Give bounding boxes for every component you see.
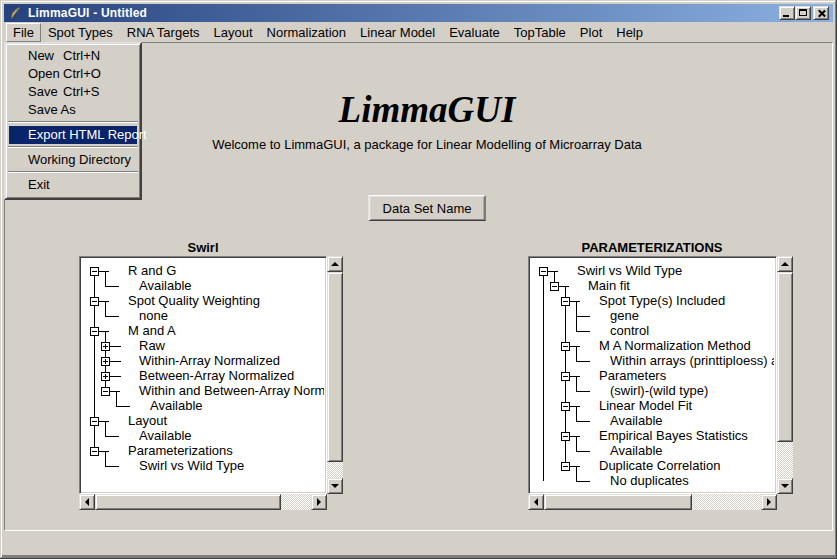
expand-toggle-minus[interactable] bbox=[101, 387, 110, 396]
maximize-button[interactable] bbox=[795, 6, 811, 20]
menu-item-save-as[interactable]: Save As bbox=[9, 101, 137, 119]
tree-connector bbox=[105, 436, 119, 437]
horizontal-scrollbar[interactable] bbox=[528, 494, 777, 510]
tree-node-between-array-normalized[interactable]: Between-Array Normalized bbox=[139, 369, 294, 383]
expand-toggle-minus[interactable] bbox=[561, 462, 570, 471]
menu-item-new[interactable]: NewCtrl+N bbox=[9, 47, 137, 65]
expand-toggle-minus[interactable] bbox=[90, 417, 99, 426]
expand-toggle-plus[interactable] bbox=[101, 372, 110, 381]
tree-node-spot-quality-weighting[interactable]: Spot Quality Weighting bbox=[128, 294, 260, 308]
tree-connector bbox=[109, 361, 121, 362]
tree-node-available[interactable]: Available bbox=[139, 429, 192, 443]
menu-item-export-html-report[interactable]: Export HTML Report bbox=[9, 126, 137, 144]
menu-plot[interactable]: Plot bbox=[573, 23, 609, 42]
vertical-scrollbar[interactable] bbox=[777, 256, 793, 494]
tree-connector bbox=[558, 286, 569, 287]
tree-connector bbox=[569, 406, 580, 407]
data-set-name-button[interactable]: Data Set Name bbox=[369, 195, 486, 221]
menu-separator bbox=[8, 146, 138, 148]
tree-node-swirl-vs-wild-type[interactable]: Swirl vs Wild Type bbox=[577, 264, 682, 278]
scrollbar-thumb[interactable] bbox=[95, 494, 281, 510]
tree-node-layout[interactable]: Layout bbox=[128, 414, 167, 428]
tree-node-available[interactable]: Available bbox=[139, 279, 192, 293]
tree-node-m-a-normalization-method[interactable]: M A Normalization Method bbox=[599, 339, 751, 353]
tree-connector bbox=[576, 436, 577, 451]
tree-connector bbox=[569, 436, 580, 437]
expand-toggle-minus[interactable] bbox=[561, 297, 570, 306]
scroll-right-button[interactable] bbox=[311, 494, 327, 510]
scrollbar-thumb[interactable] bbox=[544, 494, 692, 510]
expand-toggle-minus[interactable] bbox=[561, 402, 570, 411]
tree-node-within-array-normalized[interactable]: Within-Array Normalized bbox=[139, 354, 280, 368]
scroll-down-button[interactable] bbox=[327, 478, 343, 494]
scrollbar-thumb[interactable] bbox=[327, 272, 343, 462]
tree-node-main-fit[interactable]: Main fit bbox=[588, 279, 630, 293]
tree-node-parameters[interactable]: Parameters bbox=[599, 369, 666, 383]
vertical-scrollbar[interactable] bbox=[327, 256, 343, 494]
expand-toggle-minus[interactable] bbox=[539, 267, 548, 276]
tree-node-duplicate-correlation[interactable]: Duplicate Correlation bbox=[599, 459, 720, 473]
menu-spot-types[interactable]: Spot Types bbox=[41, 23, 120, 42]
tree-node-spot-type-s-included[interactable]: Spot Type(s) Included bbox=[599, 294, 725, 308]
menu-layout[interactable]: Layout bbox=[207, 23, 260, 42]
tree-node-linear-model-fit[interactable]: Linear Model Fit bbox=[599, 399, 692, 413]
expand-toggle-minus[interactable] bbox=[561, 432, 570, 441]
menu-help[interactable]: Help bbox=[609, 23, 650, 42]
tree-node-available[interactable]: Available bbox=[610, 414, 663, 428]
tree-connector bbox=[105, 316, 119, 317]
expand-toggle-minus[interactable] bbox=[550, 282, 559, 291]
minimize-button[interactable] bbox=[779, 6, 795, 20]
menu-item-working-directory[interactable]: Working Directory bbox=[9, 151, 137, 169]
scroll-up-button[interactable] bbox=[327, 256, 343, 272]
tree-node-no-duplicates[interactable]: No duplicates bbox=[610, 474, 689, 488]
tree-node-control[interactable]: control bbox=[610, 324, 649, 338]
scroll-left-button[interactable] bbox=[528, 494, 544, 510]
expand-toggle-minus[interactable] bbox=[561, 342, 570, 351]
tree-node-within-arrays-printtiploess-a[interactable]: Within arrays (printtiploess) a bbox=[610, 354, 774, 368]
tree-connector bbox=[569, 346, 580, 347]
tree-connector bbox=[105, 451, 106, 466]
tree-node-raw[interactable]: Raw bbox=[139, 339, 165, 353]
welcome-text: Welcome to LimmaGUI, a package for Linea… bbox=[212, 137, 642, 152]
expand-toggle-plus[interactable] bbox=[101, 357, 110, 366]
scrollbar-thumb[interactable] bbox=[777, 272, 793, 442]
scroll-down-button[interactable] bbox=[777, 478, 793, 494]
expand-toggle-minus[interactable] bbox=[90, 267, 99, 276]
menu-toptable[interactable]: TopTable bbox=[507, 23, 573, 42]
expand-toggle-minus[interactable] bbox=[561, 372, 570, 381]
tree-node-available[interactable]: Available bbox=[150, 399, 203, 413]
menu-item-open[interactable]: OpenCtrl+O bbox=[9, 65, 137, 83]
horizontal-scrollbar[interactable] bbox=[79, 494, 327, 510]
menu-item-save[interactable]: SaveCtrl+S bbox=[9, 83, 137, 101]
expand-toggle-minus[interactable] bbox=[90, 297, 99, 306]
menu-linear-model[interactable]: Linear Model bbox=[353, 23, 442, 42]
tree-node-m-and-a[interactable]: M and A bbox=[128, 324, 176, 338]
close-button[interactable] bbox=[813, 6, 829, 20]
menu-item-exit[interactable]: Exit bbox=[9, 176, 137, 194]
tree-node-within-and-between-array-norm[interactable]: Within and Between-Array Norm bbox=[139, 384, 324, 398]
tree-node-available[interactable]: Available bbox=[610, 444, 663, 458]
scroll-left-button[interactable] bbox=[79, 494, 95, 510]
swirl-tree-listbox[interactable]: R and GAvailableSpot Quality Weightingno… bbox=[79, 256, 327, 494]
menu-rna-targets[interactable]: RNA Targets bbox=[120, 23, 207, 42]
parameterizations-tree-listbox[interactable]: Swirl vs Wild TypeMain fitSpot Type(s) I… bbox=[528, 256, 777, 494]
tree-node-swirl-vs-wild-type[interactable]: Swirl vs Wild Type bbox=[139, 459, 244, 473]
tree-connector bbox=[576, 316, 590, 317]
scroll-right-button[interactable] bbox=[761, 494, 777, 510]
tree-connector bbox=[109, 376, 121, 377]
tree-node-none[interactable]: none bbox=[139, 309, 168, 323]
tree-node-swirl-wild-type[interactable]: (swirl)-(wild type) bbox=[610, 384, 708, 398]
tree-node-parameterizations[interactable]: Parameterizations bbox=[128, 444, 233, 458]
tree-node-r-and-g[interactable]: R and G bbox=[128, 264, 176, 278]
tree-connector bbox=[105, 271, 106, 286]
menu-evaluate[interactable]: Evaluate bbox=[442, 23, 507, 42]
menu-normalization[interactable]: Normalization bbox=[260, 23, 353, 42]
scroll-up-button[interactable] bbox=[777, 256, 793, 272]
tree-node-empirical-bayes-statistics[interactable]: Empirical Bayes Statistics bbox=[599, 429, 748, 443]
expand-toggle-minus[interactable] bbox=[90, 327, 99, 336]
tk-feather-icon bbox=[8, 6, 22, 20]
expand-toggle-plus[interactable] bbox=[101, 342, 110, 351]
tree-node-gene[interactable]: gene bbox=[610, 309, 639, 323]
menu-file[interactable]: File bbox=[6, 23, 41, 42]
expand-toggle-minus[interactable] bbox=[90, 447, 99, 456]
